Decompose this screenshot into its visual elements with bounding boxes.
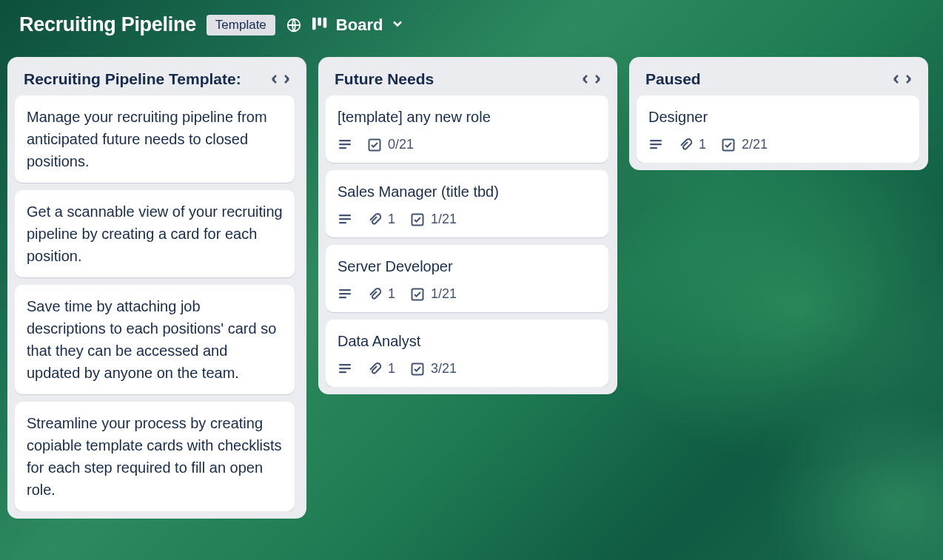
svg-rect-2 (318, 17, 321, 25)
list-cards: Manage your recruiting pipeline from ant… (15, 95, 299, 511)
svg-rect-9 (339, 218, 351, 220)
attachment-badge: 1 (367, 212, 395, 227)
card-badges: 1 3/21 (338, 361, 597, 377)
card-title: Data Analyst (338, 330, 597, 352)
card[interactable]: Get a scannable view of your recruiting … (15, 190, 295, 277)
card-title: Server Developer (338, 255, 597, 277)
card-title: Designer (648, 106, 907, 128)
card-title: Streamline your process by creating copi… (27, 412, 283, 501)
template-badge[interactable]: Template (207, 15, 275, 36)
board-canvas[interactable]: Recruiting Pipeline Template: Manage you… (0, 44, 943, 552)
card-title: Sales Manager (title tbd) (338, 181, 597, 203)
list-title[interactable]: Recruiting Pipeline Template: (24, 70, 241, 88)
checklist-count: 1/21 (431, 212, 457, 227)
checklist-count: 3/21 (431, 361, 457, 377)
card[interactable]: Sales Manager (title tbd) 1 1/21 (326, 170, 608, 237)
svg-rect-8 (339, 215, 351, 216)
card-title: Get a scannable view of your recruiting … (27, 200, 283, 267)
svg-rect-22 (650, 147, 657, 149)
description-icon (338, 212, 352, 227)
list-title[interactable]: Future Needs (335, 70, 434, 88)
list-cards: Designer 1 2/21 (637, 95, 921, 163)
attachment-count: 1 (388, 212, 395, 227)
board-header: Recruiting Pipeline Template Board (0, 0, 943, 44)
list: Recruiting Pipeline Template: Manage you… (7, 57, 306, 519)
card[interactable]: Server Developer 1 1/21 (326, 245, 608, 312)
checklist-badge: 1/21 (410, 212, 457, 227)
card-badges: 0/21 (338, 137, 597, 152)
attachment-badge: 1 (367, 286, 395, 302)
card[interactable]: [template] any new role 0/21 (326, 95, 608, 163)
svg-rect-13 (339, 293, 351, 294)
card[interactable]: Designer 1 2/21 (637, 95, 919, 163)
card-title: Manage your recruiting pipeline from ant… (27, 106, 283, 172)
checklist-badge: 0/21 (367, 137, 414, 152)
board-title[interactable]: Recruiting Pipeline (19, 13, 196, 36)
card-badges: 1 2/21 (648, 137, 907, 152)
description-icon (338, 287, 352, 302)
attachment-badge: 1 (367, 361, 395, 377)
attachment-badge: 1 (678, 137, 706, 152)
attachment-count: 1 (699, 137, 706, 152)
list-header: Future Needs (326, 64, 610, 95)
checklist-badge: 3/21 (410, 361, 457, 377)
svg-rect-6 (339, 147, 346, 149)
svg-rect-1 (312, 17, 316, 30)
checklist-count: 2/21 (742, 137, 768, 152)
card-title: Save time by attaching job descriptions … (27, 295, 283, 384)
checklist-badge: 2/21 (721, 137, 768, 152)
globe-icon[interactable] (286, 17, 302, 33)
list-title[interactable]: Paused (645, 70, 701, 88)
card[interactable]: Streamline your process by creating copi… (15, 402, 295, 511)
checklist-badge: 1/21 (410, 286, 457, 302)
svg-rect-3 (323, 17, 326, 27)
svg-rect-18 (339, 371, 346, 373)
list-header: Recruiting Pipeline Template: (15, 64, 299, 95)
view-label: Board (336, 16, 383, 35)
collapse-list-icon[interactable] (582, 72, 601, 86)
chevron-down-icon (390, 16, 405, 34)
card[interactable]: Manage your recruiting pipeline from ant… (15, 95, 295, 183)
attachment-count: 1 (388, 286, 395, 302)
svg-rect-16 (339, 364, 351, 365)
checklist-count: 1/21 (431, 286, 457, 302)
list: Future Needs [template] any new role 0/2… (318, 57, 617, 394)
description-icon (338, 138, 352, 152)
view-selector[interactable]: Board (312, 16, 406, 35)
description-icon (648, 138, 663, 152)
card-badges: 1 1/21 (338, 286, 597, 302)
attachment-count: 1 (388, 361, 395, 377)
svg-rect-4 (339, 140, 351, 141)
checklist-count: 0/21 (388, 137, 414, 152)
svg-rect-21 (650, 144, 662, 145)
description-icon (338, 362, 352, 377)
list-header: Paused (637, 64, 921, 95)
collapse-list-icon[interactable] (271, 72, 290, 86)
svg-rect-20 (650, 140, 662, 141)
list: Paused Designer 1 2/21 (629, 57, 928, 170)
card[interactable]: Data Analyst 1 3/21 (326, 320, 608, 387)
svg-rect-5 (339, 144, 351, 145)
svg-rect-12 (339, 289, 351, 291)
svg-rect-10 (339, 222, 346, 223)
card-badges: 1 1/21 (338, 212, 597, 227)
card[interactable]: Save time by attaching job descriptions … (15, 285, 295, 394)
svg-rect-14 (339, 297, 346, 298)
svg-rect-17 (339, 368, 351, 369)
list-cards: [template] any new role 0/21 Sales Manag… (326, 95, 610, 387)
board-view-icon (312, 17, 329, 33)
collapse-list-icon[interactable] (893, 72, 912, 86)
card-title: [template] any new role (338, 106, 597, 128)
